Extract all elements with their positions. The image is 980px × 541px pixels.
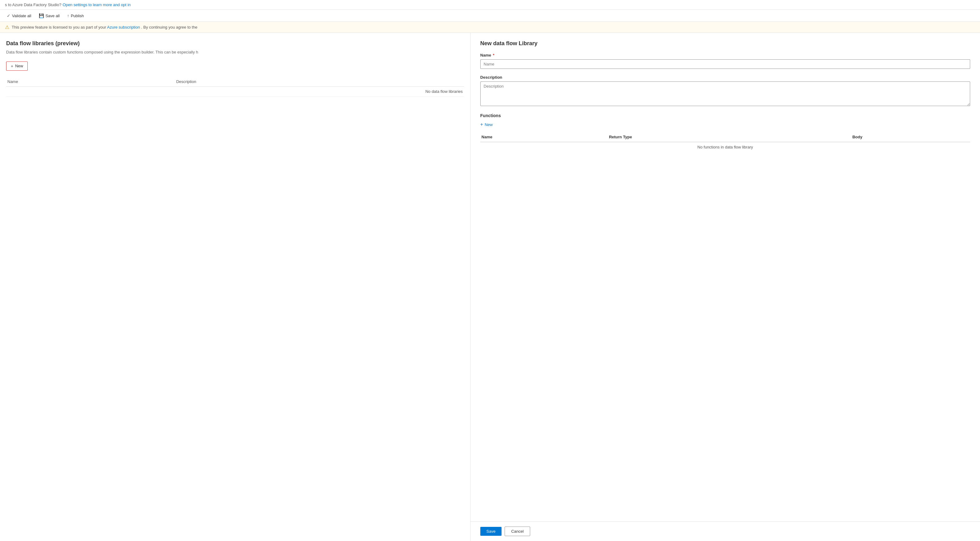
func-name-column: Name <box>480 132 608 142</box>
functions-table: Name Return Type Body No functions in da… <box>480 132 970 152</box>
name-input[interactable] <box>480 59 970 69</box>
left-panel: Data flow libraries (preview) Data flow … <box>0 33 471 541</box>
panel-description: Data flow libraries contain custom funct… <box>6 49 464 56</box>
add-function-button[interactable]: + New <box>480 121 493 128</box>
dialog-title: New data flow Library <box>480 40 970 47</box>
save-all-label: Save all <box>46 14 60 18</box>
functions-empty-row: No functions in data flow library <box>480 142 970 152</box>
banner-link[interactable]: Open settings to learn more and opt in <box>63 2 131 7</box>
required-indicator: * <box>493 53 495 57</box>
cancel-button[interactable]: Cancel <box>504 527 530 536</box>
warning-banner: ⚠ This preview feature is licensed to yo… <box>0 22 980 33</box>
right-panel: New data flow Library Name * Description <box>471 33 980 541</box>
description-label: Description <box>480 75 970 79</box>
add-new-label: New <box>485 122 493 127</box>
plus-icon: + <box>11 63 13 68</box>
warning-text: This preview feature is licensed to you … <box>12 25 197 30</box>
func-body-column: Body <box>851 132 970 142</box>
functions-label: Functions <box>480 113 970 118</box>
save-all-button[interactable]: 💾 Save all <box>36 12 63 20</box>
warning-icon: ⚠ <box>5 24 9 30</box>
save-button[interactable]: Save <box>480 527 502 536</box>
toolbar: ✓ Validate all 💾 Save all ↑ Publish <box>0 10 980 22</box>
empty-state-row: No data flow libraries <box>6 86 464 96</box>
description-form-group: Description <box>480 75 970 107</box>
top-banner: s to Azure Data Factory Studio? Open set… <box>0 0 980 10</box>
subscription-link[interactable]: Azure subscription <box>107 25 140 30</box>
func-return-type-column: Return Type <box>608 132 851 142</box>
dialog-footer: Save Cancel <box>471 521 980 541</box>
validate-icon: ✓ <box>7 13 10 18</box>
plus-blue-icon: + <box>480 122 483 127</box>
description-input[interactable] <box>480 81 970 106</box>
new-library-button[interactable]: + New <box>6 62 28 71</box>
publish-icon: ↑ <box>67 13 69 18</box>
functions-section: Functions + New Name Return Type Body <box>480 113 970 152</box>
save-icon: 💾 <box>39 13 44 18</box>
panel-title: Data flow libraries (preview) <box>6 40 464 47</box>
main-content: Data flow libraries (preview) Data flow … <box>0 33 980 541</box>
publish-label: Publish <box>71 14 84 18</box>
publish-button[interactable]: ↑ Publish <box>64 12 87 20</box>
name-label: Name * <box>480 53 970 57</box>
description-column-header: Description <box>175 77 464 87</box>
name-form-group: Name * <box>480 53 970 69</box>
new-button-label: New <box>15 63 23 68</box>
functions-empty-message: No functions in data flow library <box>480 142 970 152</box>
banner-text: s to Azure Data Factory Studio? <box>5 2 62 7</box>
empty-state-message: No data flow libraries <box>6 86 464 96</box>
validate-all-button[interactable]: ✓ Validate all <box>4 12 35 20</box>
libraries-table: Name Description No data flow libraries <box>6 77 464 97</box>
validate-all-label: Validate all <box>12 14 31 18</box>
dialog-content: New data flow Library Name * Description <box>471 33 980 521</box>
name-column-header: Name <box>6 77 175 87</box>
